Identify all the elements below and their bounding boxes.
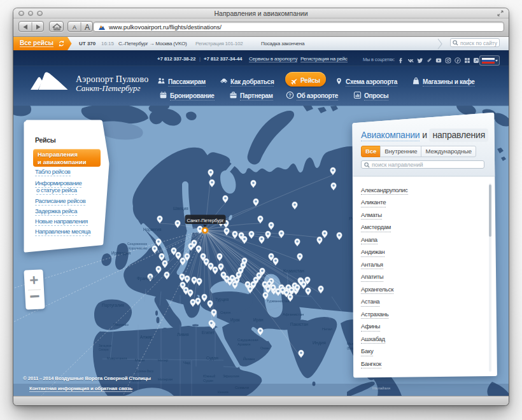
svg-text:Буркина-Фасо: Буркина-Фасо xyxy=(135,370,154,373)
svg-text:A: A xyxy=(85,23,90,32)
svg-text:Ирак: Ирак xyxy=(230,318,240,323)
svg-text:Норвегия: Норвегия xyxy=(143,227,162,232)
svg-text:Соединенное: Соединенное xyxy=(127,242,148,246)
svg-text:Королевство: Королевство xyxy=(129,246,148,250)
svg-text:Индия: Индия xyxy=(313,340,326,346)
svg-text:Южный: Южный xyxy=(203,374,215,378)
svg-text:Турция: Турция xyxy=(215,297,229,302)
svg-text:?: ? xyxy=(288,92,292,98)
svg-text:Йемен: Йемен xyxy=(243,356,255,361)
svg-text:Сирия: Сирия xyxy=(220,311,230,314)
svg-text:Египет: Египет xyxy=(202,330,215,335)
svg-text:Марокко: Марокко xyxy=(113,323,129,326)
svg-text:Нигерия: Нигерия xyxy=(158,377,173,381)
svg-text:Санкт-Петербург: Санкт-Петербург xyxy=(187,218,224,223)
svg-text:Мали: Мали xyxy=(135,358,145,362)
svg-text:Казахстан: Казахстан xyxy=(283,269,304,273)
svg-text:Франция: Франция xyxy=(137,276,154,281)
svg-text:A: A xyxy=(73,24,76,31)
svg-text:Чад: Чад xyxy=(183,361,190,365)
svg-text:Швеция: Швеция xyxy=(173,206,188,211)
svg-text:Судан: Судан xyxy=(206,356,218,361)
svg-text:Эфиопия: Эфиопия xyxy=(223,374,239,378)
svg-text:Саудовская: Саудовская xyxy=(237,338,258,342)
svg-text:Оман: Оман xyxy=(260,346,269,350)
svg-text:Ливия: Ливия xyxy=(177,332,189,337)
svg-text:Сахара: Сахара xyxy=(99,348,109,351)
svg-text:Западная: Западная xyxy=(99,344,112,347)
svg-text:Туркменистан: Туркменистан xyxy=(267,299,289,303)
svg-text:Алжир: Алжир xyxy=(140,335,153,340)
svg-text:Афганистан: Афганистан xyxy=(283,312,304,316)
svg-text:Иран: Иран xyxy=(253,318,264,323)
svg-text:Мавритания: Мавритания xyxy=(107,356,127,360)
svg-text:Непал: Непал xyxy=(322,327,332,331)
svg-text:Пакистан: Пакистан xyxy=(290,322,309,326)
svg-text:Нигер: Нигер xyxy=(158,358,169,362)
svg-text:Португалия: Португалия xyxy=(102,303,124,308)
svg-text:Аравия: Аравия xyxy=(237,342,250,346)
svg-text:Судан: Судан xyxy=(203,379,213,382)
